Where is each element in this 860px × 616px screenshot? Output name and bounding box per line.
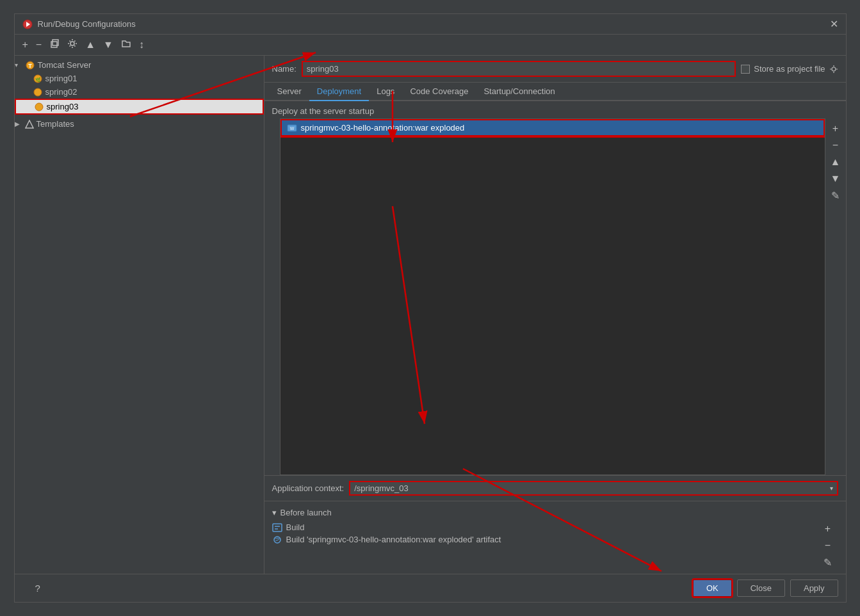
build-artifact-label: Build 'springmvc-03-hello-annotation:war… bbox=[286, 535, 501, 544]
context-label: Application context: bbox=[272, 483, 345, 493]
tab-server[interactable]: Server bbox=[270, 83, 309, 101]
expand-arrow: ▾ bbox=[15, 61, 22, 69]
gear-icon bbox=[67, 38, 77, 49]
context-area: Application context: /springmvc_03 ▾ bbox=[264, 475, 846, 501]
tab-deployment[interactable]: Deployment bbox=[309, 83, 369, 101]
store-checkbox[interactable] bbox=[741, 65, 750, 74]
left-panel: ▾ T Tomcat Server 🌿 spring01 spring02 bbox=[15, 56, 264, 574]
svg-text:🌿: 🌿 bbox=[35, 77, 40, 83]
deploy-up-button[interactable]: ▲ bbox=[828, 154, 843, 170]
build-icon bbox=[272, 523, 282, 532]
before-launch-item-1: Build 'springmvc-03-hello-annotation:war… bbox=[272, 533, 820, 546]
before-launch-add-button[interactable]: + bbox=[820, 521, 836, 537]
apply-button[interactable]: Apply bbox=[790, 580, 838, 597]
store-row: Store as project file bbox=[741, 64, 838, 74]
before-launch-list: Build Build 'springmvc-03-hello-annotati… bbox=[264, 520, 846, 574]
main-content: ▾ T Tomcat Server 🌿 spring01 spring02 bbox=[15, 56, 846, 574]
svg-point-4 bbox=[70, 42, 74, 45]
title-bar-left: Run/Debug Configurations bbox=[22, 19, 136, 29]
move-down-button[interactable]: ▼ bbox=[101, 38, 116, 52]
before-launch-item-0: Build bbox=[272, 521, 820, 533]
run-debug-icon bbox=[22, 19, 33, 29]
build-artifact-icon bbox=[272, 535, 282, 544]
add-config-button[interactable]: + bbox=[20, 38, 31, 52]
war-icon: W bbox=[287, 124, 297, 133]
tabs-row: Server Deployment Logs Code Coverage Sta… bbox=[264, 83, 846, 101]
copy-icon bbox=[49, 38, 60, 49]
deploy-edit-button[interactable]: ✎ bbox=[828, 188, 843, 203]
settings-icon[interactable] bbox=[829, 65, 838, 74]
svg-text:W: W bbox=[289, 126, 294, 131]
build-label: Build bbox=[286, 523, 305, 532]
help-button[interactable]: ? bbox=[22, 580, 53, 597]
before-launch-header[interactable]: ▾ Before launch bbox=[264, 505, 846, 520]
tree-item-spring02[interactable]: spring02 bbox=[15, 85, 264, 99]
deploy-section: W springmvc-03-hello-annotation:war expl… bbox=[264, 118, 846, 501]
name-label: Name: bbox=[272, 64, 296, 74]
svg-point-12 bbox=[832, 67, 836, 71]
close-icon[interactable]: ✕ bbox=[830, 18, 838, 30]
copy-config-button[interactable] bbox=[47, 37, 62, 53]
tab-startup-connection[interactable]: Startup/Connection bbox=[476, 83, 562, 101]
close-button[interactable]: Close bbox=[737, 580, 785, 597]
before-launch-side-buttons: + − ✎ bbox=[820, 521, 838, 572]
tree-item-templates[interactable]: ▶ Templates bbox=[15, 117, 264, 131]
deploy-side-buttons: + − ▲ ▼ ✎ bbox=[825, 118, 846, 475]
context-dropdown-arrow[interactable]: ▾ bbox=[830, 485, 833, 492]
templates-label: Templates bbox=[37, 119, 74, 129]
svg-point-9 bbox=[34, 88, 42, 96]
context-value: /springmvc_03 bbox=[354, 483, 829, 493]
deploy-section-header: Deploy at the server startup bbox=[264, 101, 846, 118]
move-to-folder-button[interactable] bbox=[118, 37, 134, 53]
svg-text:T: T bbox=[28, 63, 32, 69]
svg-marker-11 bbox=[26, 120, 33, 128]
spring02-icon bbox=[33, 88, 43, 97]
tree-item-tomcat-server[interactable]: ▾ T Tomcat Server bbox=[15, 58, 264, 72]
before-launch: ▾ Before launch Build bbox=[264, 501, 846, 574]
tab-logs[interactable]: Logs bbox=[369, 83, 402, 101]
footer-buttons: OK Close Apply bbox=[693, 580, 838, 597]
folder-icon bbox=[121, 38, 131, 49]
templates-arrow: ▶ bbox=[15, 120, 22, 127]
run-debug-configurations-dialog: Run/Debug Configurations ✕ + − ▲ ▼ ↕ bbox=[14, 13, 847, 603]
spring02-label: spring02 bbox=[45, 87, 77, 97]
tomcat-server-icon: T bbox=[25, 61, 35, 70]
title-bar: Run/Debug Configurations ✕ bbox=[15, 14, 846, 35]
footer: ? OK Close Apply bbox=[15, 574, 846, 602]
deploy-row: W springmvc-03-hello-annotation:war expl… bbox=[264, 118, 846, 475]
svg-rect-15 bbox=[273, 524, 282, 531]
svg-point-10 bbox=[35, 103, 43, 111]
tree-item-spring01[interactable]: 🌿 spring01 bbox=[15, 72, 264, 85]
tree-item-spring03[interactable]: spring03 bbox=[15, 99, 264, 115]
move-up-button[interactable]: ▲ bbox=[83, 38, 98, 52]
templates-icon bbox=[25, 120, 34, 129]
panel-content: Deploy at the server startup W springmvc… bbox=[264, 101, 846, 574]
spring03-icon bbox=[34, 102, 44, 111]
deploy-item-label-0: springmvc-03-hello-annotation:war explod… bbox=[301, 123, 465, 133]
name-row: Name: Store as project file bbox=[264, 56, 846, 83]
remove-config-button[interactable]: − bbox=[33, 38, 44, 52]
before-launch-arrow: ▾ bbox=[272, 508, 277, 517]
deploy-add-button[interactable]: + bbox=[828, 121, 843, 136]
ok-button[interactable]: OK bbox=[693, 580, 732, 597]
deploy-down-button[interactable]: ▼ bbox=[828, 171, 843, 186]
store-label: Store as project file bbox=[754, 64, 825, 74]
tomcat-server-label: Tomcat Server bbox=[38, 60, 92, 70]
deploy-list: W springmvc-03-hello-annotation:war expl… bbox=[280, 118, 825, 475]
toolbar: + − ▲ ▼ ↕ bbox=[15, 35, 846, 56]
before-launch-remove-button[interactable]: − bbox=[820, 538, 836, 553]
before-launch-label: Before launch bbox=[280, 508, 332, 517]
spring01-icon: 🌿 bbox=[33, 74, 43, 83]
spring01-label: spring01 bbox=[45, 74, 77, 83]
right-panel: Name: Store as project file Server Deplo… bbox=[264, 56, 846, 574]
name-input[interactable] bbox=[302, 61, 736, 77]
before-launch-edit-button[interactable]: ✎ bbox=[820, 555, 836, 570]
deploy-remove-button[interactable]: − bbox=[828, 138, 843, 153]
spring03-label: spring03 bbox=[47, 102, 79, 111]
sort-button[interactable]: ↕ bbox=[136, 38, 147, 52]
context-combo[interactable]: /springmvc_03 ▾ bbox=[349, 481, 838, 496]
settings-button[interactable] bbox=[65, 37, 80, 53]
tab-code-coverage[interactable]: Code Coverage bbox=[402, 83, 476, 101]
dialog-title: Run/Debug Configurations bbox=[38, 19, 136, 29]
deploy-item-0[interactable]: W springmvc-03-hello-annotation:war expl… bbox=[280, 119, 825, 136]
